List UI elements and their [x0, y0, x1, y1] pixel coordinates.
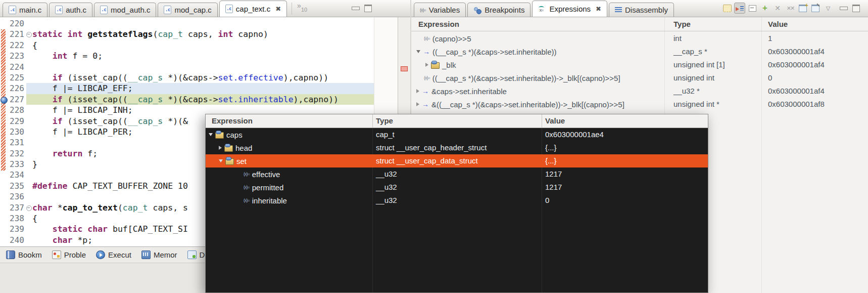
- add-expression-icon[interactable]: +: [759, 3, 770, 14]
- collapse-arrow-icon[interactable]: [416, 50, 420, 53]
- editor-tab-mod_auth-c[interactable]: .cmod_auth.c: [94, 3, 156, 17]
- open-new-view-icon[interactable]: [797, 3, 808, 14]
- line-number[interactable]: 229: [4, 116, 24, 127]
- code-text: static char buf[CAP_TEXT_SI: [32, 224, 188, 234]
- line-number[interactable]: 230: [4, 127, 24, 137]
- expand-arrow-icon[interactable]: [219, 146, 222, 150]
- expression-text: ((__cap_s *)(&caps->set.inheritable)): [432, 48, 557, 56]
- close-icon[interactable]: ✖: [275, 5, 281, 13]
- fold-marker-icon[interactable]: [26, 205, 32, 211]
- collapse-arrow-icon[interactable]: [219, 159, 223, 162]
- close-icon[interactable]: ✖: [596, 5, 601, 13]
- show-type-names-icon[interactable]: [721, 3, 733, 14]
- line-number[interactable]: 222: [4, 40, 24, 51]
- code-line[interactable]: 225 if (isset_cap((__cap_s *)(&caps->set…: [0, 72, 374, 83]
- tab-overflow[interactable]: »10: [292, 3, 312, 15]
- line-number[interactable]: 240: [4, 235, 24, 245]
- minimize-icon[interactable]: [840, 7, 848, 10]
- line-number[interactable]: 225: [4, 72, 24, 83]
- code-line[interactable]: 224: [0, 62, 374, 72]
- column-header-expression[interactable]: Expression: [212, 116, 253, 125]
- c-file-icon: .c: [55, 6, 63, 14]
- collapse-all-icon[interactable]: [747, 3, 758, 14]
- expression-row[interactable]: _blkunsigned int [1]0x603000001af4: [411, 58, 868, 71]
- show-logical-structures-icon[interactable]: [734, 3, 745, 14]
- remove-all-expressions-icon[interactable]: ✕✕: [785, 3, 796, 14]
- fold-marker-icon[interactable]: [26, 32, 32, 37]
- code-line[interactable]: 222{: [0, 40, 374, 51]
- pin-view-icon[interactable]: [810, 3, 821, 14]
- view-tab-variables[interactable]: (x)=Variables: [414, 3, 466, 17]
- line-number[interactable]: 223: [4, 51, 24, 61]
- expand-arrow-icon[interactable]: [416, 102, 419, 106]
- expression-row[interactable]: →&caps->set.inheritable__u32 *0x60300000…: [411, 85, 868, 98]
- maximize-icon[interactable]: [364, 5, 372, 12]
- fastview-item-memor[interactable]: Memor: [141, 250, 177, 259]
- expression-row[interactable]: →((__cap_s *)(&caps->set.inheritable))__…: [411, 45, 868, 58]
- line-number[interactable]: 236: [4, 191, 24, 202]
- editor-tab-auth-c[interactable]: .cauth.c: [49, 3, 92, 17]
- editor-tab-main-c[interactable]: .cmain.c: [3, 3, 47, 17]
- popup-variable-row[interactable]: (x)=permitted__u321217: [206, 181, 708, 194]
- popup-variable-row[interactable]: (x)=effective__u321217: [206, 168, 708, 181]
- column-divider[interactable]: [542, 114, 542, 128]
- line-number[interactable]: 221: [4, 29, 24, 39]
- expression-row[interactable]: (x)=(capno)>>5int1: [411, 32, 868, 45]
- problems-icon: [52, 250, 61, 259]
- line-number[interactable]: 233: [4, 159, 24, 170]
- line-number[interactable]: 238: [4, 213, 24, 224]
- column-header-value[interactable]: Value: [768, 20, 788, 28]
- type-cell: __u32: [376, 170, 397, 178]
- variable-struct-icon: [225, 158, 234, 165]
- line-number[interactable]: 228: [4, 105, 24, 115]
- line-number[interactable]: 220: [4, 18, 24, 29]
- column-header-type[interactable]: Type: [376, 116, 393, 125]
- view-tab-breakpoints[interactable]: Breakpoints: [467, 3, 531, 17]
- fastview-item-d[interactable]: D: [187, 250, 205, 259]
- maximize-icon[interactable]: [852, 5, 860, 12]
- line-number[interactable]: 239: [4, 224, 24, 234]
- line-number[interactable]: 231: [4, 137, 24, 148]
- column-divider[interactable]: [372, 114, 373, 128]
- line-number[interactable]: 234: [4, 170, 24, 180]
- code-text: f |= LIBCAP_PER;: [32, 127, 133, 137]
- line-number[interactable]: 235: [4, 181, 24, 191]
- expand-arrow-icon[interactable]: [416, 89, 419, 93]
- code-line[interactable]: 220: [0, 18, 374, 29]
- minimize-icon[interactable]: [352, 7, 360, 10]
- code-line[interactable]: 227 if (isset_cap((__cap_s *)(&caps->set…: [0, 94, 374, 105]
- popup-variable-row[interactable]: headstruct __user_cap_header_struct{...}: [206, 141, 708, 154]
- expression-row[interactable]: →&((__cap_s *)(&caps->set.inheritable))-…: [411, 98, 868, 111]
- code-line[interactable]: 223 int f = 0;: [0, 51, 374, 61]
- breakpoint-icon[interactable]: [1, 97, 8, 104]
- collapse-arrow-icon[interactable]: [209, 133, 213, 136]
- column-header-expression[interactable]: Expression: [418, 20, 459, 28]
- fastview-label: D: [200, 250, 205, 259]
- popup-variable-row[interactable]: capscap_t0x603000001ae4: [206, 128, 708, 141]
- popup-variable-row[interactable]: (x)=inheritable__u320: [206, 194, 708, 207]
- line-number[interactable]: 232: [4, 148, 24, 159]
- expand-arrow-icon[interactable]: [425, 63, 428, 67]
- remove-expression-icon[interactable]: ✕: [772, 3, 783, 14]
- overview-ruler-marker[interactable]: [401, 66, 408, 71]
- column-header-type[interactable]: Type: [673, 20, 691, 28]
- view-menu-icon[interactable]: ▽: [823, 3, 834, 14]
- tab-label: mod_auth.c: [111, 6, 150, 14]
- editor-tab-cap_text-c[interactable]: .ccap_text.c✖: [219, 1, 287, 17]
- view-tab-expressions[interactable]: x=Expressions✖: [532, 1, 607, 17]
- code-line[interactable]: 221static int getstateflags(cap_t caps, …: [0, 29, 374, 39]
- fastview-item-proble[interactable]: Proble: [52, 250, 86, 259]
- column-header-value[interactable]: Value: [545, 116, 565, 125]
- expression-text: (capno)>>5: [432, 34, 471, 43]
- editor-tab-mod_cap-c[interactable]: .cmod_cap.c: [158, 3, 217, 17]
- view-tab-disassembly[interactable]: Disassembly: [609, 3, 674, 17]
- line-number[interactable]: 226: [4, 83, 24, 94]
- variable-name: inheritable: [252, 196, 287, 205]
- fastview-item-bookm[interactable]: Bookm: [6, 250, 42, 259]
- line-number[interactable]: 237: [4, 202, 24, 213]
- code-line[interactable]: 226 f |= LIBCAP_EFF;: [0, 83, 374, 94]
- expression-row[interactable]: (x)=((__cap_s *)(&caps->set.inheritable)…: [411, 71, 868, 85]
- popup-variable-row[interactable]: setstruct __user_cap_data_struct{...}: [206, 154, 708, 168]
- fastview-item-execut[interactable]: Execut: [96, 250, 131, 259]
- line-number[interactable]: 224: [4, 62, 24, 72]
